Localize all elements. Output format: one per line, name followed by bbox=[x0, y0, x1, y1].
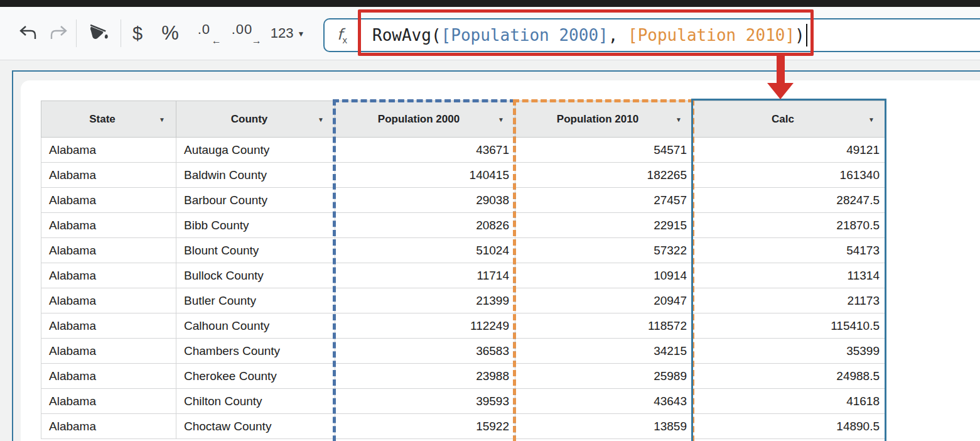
column-menu-arrow-icon[interactable]: ▼ bbox=[868, 116, 875, 122]
cell-calc[interactable]: 49121 bbox=[693, 138, 886, 163]
formula-token-field-pop2010: [Population 2010] bbox=[628, 26, 795, 45]
cell-calc[interactable]: 115410.5 bbox=[693, 313, 886, 339]
cell-pop2000[interactable]: 112249 bbox=[335, 313, 515, 339]
cell-pop2010[interactable]: 182265 bbox=[515, 163, 693, 188]
cell-pop2000[interactable]: 36583 bbox=[335, 339, 515, 364]
data-table: State ▼ County ▼ Population 2000 ▼ Popul… bbox=[41, 101, 886, 439]
formula-token-separator: , bbox=[608, 26, 628, 45]
chevron-down-icon: ▼ bbox=[297, 30, 304, 38]
decrease-decimal-button[interactable]: .0 ← bbox=[197, 21, 222, 46]
cell-pop2000[interactable]: 39593 bbox=[335, 389, 515, 414]
cell-pop2000[interactable]: 15922 bbox=[335, 414, 515, 439]
table-row: Alabama Choctaw County 15922 13859 14890… bbox=[41, 414, 886, 439]
currency-icon: $ bbox=[132, 23, 143, 44]
cell-pop2010[interactable]: 10914 bbox=[515, 263, 693, 288]
cell-calc[interactable]: 21870.5 bbox=[693, 213, 886, 238]
column-label: Population 2000 bbox=[378, 113, 460, 125]
cell-pop2000[interactable]: 51024 bbox=[335, 238, 515, 263]
cell-calc[interactable]: 54173 bbox=[693, 238, 886, 263]
cell-state[interactable]: Alabama bbox=[41, 238, 176, 263]
cell-calc[interactable]: 35399 bbox=[693, 339, 886, 364]
cell-county[interactable]: Chambers County bbox=[176, 339, 335, 364]
table-row: Alabama Cherokee County 23988 25989 2498… bbox=[41, 364, 886, 389]
number-format-menu-button[interactable]: 123 ▼ bbox=[271, 17, 305, 50]
cell-calc[interactable]: 21173 bbox=[693, 288, 886, 313]
cell-state[interactable]: Alabama bbox=[41, 364, 176, 389]
cell-calc[interactable]: 24988.5 bbox=[693, 364, 886, 389]
cell-calc[interactable]: 161340 bbox=[693, 163, 886, 188]
table-row: Alabama Bibb County 20826 22915 21870.5 bbox=[41, 213, 886, 238]
column-header-calc[interactable]: Calc ▼ bbox=[693, 101, 886, 138]
cell-pop2000[interactable]: 20826 bbox=[335, 213, 515, 238]
cell-state[interactable]: Alabama bbox=[41, 339, 176, 364]
cell-pop2010[interactable]: 118572 bbox=[515, 313, 693, 339]
undo-icon bbox=[19, 24, 38, 43]
cell-state[interactable]: Alabama bbox=[41, 288, 176, 313]
column-menu-arrow-icon[interactable]: ▼ bbox=[676, 116, 682, 122]
cell-state[interactable]: Alabama bbox=[41, 138, 176, 163]
cell-county[interactable]: Bibb County bbox=[176, 213, 335, 238]
cell-pop2000[interactable]: 43671 bbox=[335, 138, 515, 163]
column-header-pop2010[interactable]: Population 2010 ▼ bbox=[515, 101, 693, 138]
cell-pop2000[interactable]: 11714 bbox=[335, 263, 515, 288]
cell-county[interactable]: Chilton County bbox=[176, 389, 335, 414]
cell-county[interactable]: Butler County bbox=[176, 288, 335, 313]
cell-pop2010[interactable]: 22915 bbox=[515, 213, 693, 238]
cell-county[interactable]: Blount County bbox=[176, 238, 335, 263]
cell-calc[interactable]: 41618 bbox=[693, 389, 886, 414]
table-row: Alabama Autauga County 43671 54571 49121 bbox=[41, 138, 886, 163]
cell-pop2000[interactable]: 29038 bbox=[335, 188, 515, 213]
column-menu-arrow-icon[interactable]: ▼ bbox=[318, 116, 324, 122]
table-row: Alabama Chilton County 39593 43643 41618 bbox=[41, 389, 886, 414]
cell-pop2000[interactable]: 23988 bbox=[335, 364, 515, 389]
fx-icon: fx bbox=[325, 26, 360, 45]
column-menu-arrow-icon[interactable]: ▼ bbox=[159, 116, 165, 122]
cell-county[interactable]: Baldwin County bbox=[176, 163, 335, 188]
format-percent-button[interactable]: % bbox=[161, 17, 179, 50]
cell-county[interactable]: Choctaw County bbox=[176, 414, 335, 439]
cell-state[interactable]: Alabama bbox=[41, 163, 176, 188]
cell-county[interactable]: Autauga County bbox=[176, 138, 335, 163]
undo-button[interactable] bbox=[19, 17, 38, 50]
column-header-pop2000[interactable]: Population 2000 ▼ bbox=[335, 101, 515, 138]
column-label: State bbox=[89, 113, 116, 125]
column-label: Population 2010 bbox=[557, 113, 638, 125]
column-label: Calc bbox=[772, 113, 794, 125]
column-menu-arrow-icon[interactable]: ▼ bbox=[498, 116, 504, 122]
cell-pop2010[interactable]: 27457 bbox=[515, 188, 693, 213]
cell-county[interactable]: Barbour County bbox=[176, 188, 335, 213]
cell-pop2000[interactable]: 140415 bbox=[335, 163, 515, 188]
cell-county[interactable]: Bullock County bbox=[176, 263, 335, 288]
cell-county[interactable]: Cherokee County bbox=[176, 364, 335, 389]
column-header-state[interactable]: State ▼ bbox=[41, 101, 176, 138]
toolbar-divider bbox=[121, 19, 121, 47]
redo-button[interactable] bbox=[49, 17, 68, 50]
cell-calc[interactable]: 11314 bbox=[693, 263, 886, 288]
cell-state[interactable]: Alabama bbox=[41, 313, 176, 339]
cell-state[interactable]: Alabama bbox=[41, 389, 176, 414]
cell-calc[interactable]: 28247.5 bbox=[693, 188, 886, 213]
cell-pop2010[interactable]: 25989 bbox=[515, 364, 693, 389]
column-header-county[interactable]: County ▼ bbox=[176, 101, 335, 138]
cell-pop2010[interactable]: 20947 bbox=[515, 288, 693, 313]
format-currency-button[interactable]: $ bbox=[132, 17, 143, 50]
fill-color-button[interactable] bbox=[86, 17, 111, 50]
cell-state[interactable]: Alabama bbox=[41, 263, 176, 288]
cell-state[interactable]: Alabama bbox=[41, 188, 176, 213]
cell-state[interactable]: Alabama bbox=[41, 213, 176, 238]
cell-pop2010[interactable]: 54571 bbox=[515, 138, 693, 163]
toolbar-divider bbox=[76, 19, 77, 47]
cell-county[interactable]: Calhoun County bbox=[176, 313, 335, 339]
cell-pop2010[interactable]: 13859 bbox=[515, 414, 693, 439]
formula-token-field-pop2000: [Population 2000] bbox=[441, 26, 608, 45]
arrow-left-icon: ← bbox=[212, 35, 222, 46]
formula-input[interactable]: RowAvg([Population 2000], [Population 20… bbox=[360, 24, 980, 46]
increase-decimal-button[interactable]: .00 → bbox=[230, 21, 262, 46]
cell-calc[interactable]: 14890.5 bbox=[693, 414, 886, 439]
cell-pop2010[interactable]: 43643 bbox=[515, 389, 693, 414]
cell-pop2000[interactable]: 21399 bbox=[335, 288, 515, 313]
table-row: Alabama Blount County 51024 57322 54173 bbox=[41, 238, 886, 263]
cell-pop2010[interactable]: 34215 bbox=[515, 339, 693, 364]
cell-pop2010[interactable]: 57322 bbox=[515, 238, 693, 263]
cell-state[interactable]: Alabama bbox=[41, 414, 176, 439]
